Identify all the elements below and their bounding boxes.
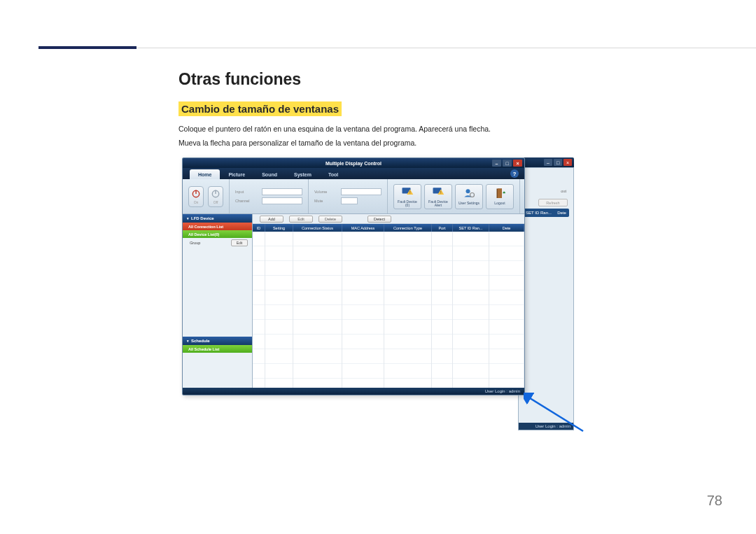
power-off-icon [211, 189, 220, 199]
help-icon[interactable]: ? [510, 169, 519, 178]
monitor-alert-icon: ! [431, 186, 445, 199]
minimize-icon[interactable]: – [492, 160, 501, 167]
bg-statusbar: User Login : admin [519, 423, 573, 430]
tab-tool[interactable]: Tool [320, 169, 346, 179]
screenshot-area: – □ × out Refresh SET ID Ran... Dete Use… [182, 157, 574, 430]
svg-rect-13 [498, 189, 502, 199]
bg-close-icon[interactable]: × [564, 159, 572, 166]
svg-rect-15 [503, 192, 505, 194]
paragraph-2: Mueva la flecha para personalizar el tam… [178, 137, 721, 148]
main-tabs: Home Picture Sound System Tool ? [183, 168, 524, 179]
col-id[interactable]: ID [253, 224, 265, 232]
paragraph-1: Coloque el puntero del ratón en una esqu… [178, 123, 721, 134]
sidebar-lfd-header[interactable]: ▾LFD Device [183, 214, 252, 223]
col-port[interactable]: Port [432, 224, 453, 232]
user-settings-label: User Settings [458, 202, 479, 205]
tab-picture[interactable]: Picture [220, 169, 253, 179]
sidebar-group-label: Group [190, 241, 200, 245]
titlebar[interactable]: Multiple Display Control – □ × [183, 158, 524, 168]
bg-minimize-icon[interactable]: – [544, 159, 552, 166]
ribbon: On Off Input Channel [183, 179, 524, 214]
tab-home[interactable]: Home [190, 169, 220, 179]
close-icon[interactable]: × [513, 160, 522, 167]
ribbon-group-tools: ! Fault Device (0) ! Fault Device Alert … [388, 179, 520, 213]
bg-grid-header: SET ID Ran... Dete [523, 209, 569, 217]
svg-point-11 [470, 193, 475, 197]
fault-alert-button[interactable]: ! Fault Device Alert [424, 184, 452, 209]
sidebar-group-row[interactable]: Group Edit [183, 238, 252, 248]
ribbon-group-power: On Off [183, 179, 230, 213]
main-panel: Add Edit Delete Detect ID Setting Connec… [253, 214, 524, 388]
grid-body[interactable] [253, 232, 524, 388]
sidebar-schedule-header[interactable]: ▾Schedule [183, 337, 252, 345]
input-label: Input [235, 190, 259, 194]
logout-label: Logout [494, 202, 505, 205]
svg-point-10 [466, 189, 470, 193]
mute-label: Mute [314, 199, 338, 203]
header-rule-thin [136, 48, 756, 48]
col-dete[interactable]: Dete [489, 224, 524, 232]
chevron-down-icon: ▾ [187, 216, 189, 220]
sidebar-lfd-label: LFD Device [191, 216, 214, 220]
door-exit-icon [493, 188, 507, 200]
bg-maximize-icon[interactable]: □ [554, 159, 562, 166]
app-window: Multiple Display Control – □ × Home Pict… [182, 157, 525, 395]
bg-logout-label: out [561, 189, 566, 193]
power-off-label: Off [214, 200, 218, 204]
bg-window-body: out Refresh SET ID Ran... Dete User Logi… [518, 167, 574, 430]
channel-label: Channel [235, 199, 259, 203]
maximize-icon[interactable]: □ [503, 160, 512, 167]
grid-header: ID Setting Connection Status MAC Address… [253, 224, 524, 232]
input-select[interactable] [262, 188, 302, 195]
bg-window-titlebar: – □ × [518, 157, 574, 167]
power-icon [191, 189, 201, 199]
col-setting[interactable]: Setting [265, 224, 293, 232]
col-conn-type[interactable]: Connection Type [384, 224, 432, 232]
bg-col-dete: Dete [557, 211, 566, 215]
detect-button[interactable]: Detect [368, 216, 391, 223]
col-set-id[interactable]: SET ID Ran... [453, 224, 489, 232]
statusbar: User Login : admin [183, 388, 524, 395]
power-off-button[interactable]: Off [208, 186, 223, 207]
window-title: Multiple Display Control [326, 161, 382, 166]
col-mac[interactable]: MAC Address [342, 224, 384, 232]
logout-button[interactable]: Logout [486, 184, 514, 209]
status-text: User Login : admin [485, 389, 520, 393]
monitor-warning-icon: ! [400, 186, 414, 199]
sidebar-all-connection[interactable]: All Connection List [183, 223, 252, 230]
page-content: Otras funciones Cambio de tamaño de vent… [178, 70, 721, 152]
power-on-button[interactable]: On [188, 186, 204, 207]
tab-sound[interactable]: Sound [253, 169, 286, 179]
fault-alert-label: Fault Device Alert [426, 200, 450, 207]
ribbon-group-input: Input Channel [230, 179, 309, 213]
edit-grid-button[interactable]: Edit [289, 216, 313, 223]
delete-button[interactable]: Delete [318, 216, 342, 223]
tab-system[interactable]: System [286, 169, 320, 179]
add-button[interactable]: Add [260, 216, 284, 223]
heading-1: Otras funciones [178, 70, 721, 89]
app-body: ▾LFD Device All Connection List All Devi… [183, 214, 524, 388]
power-on-label: On [194, 200, 199, 204]
volume-label: Volume [314, 190, 338, 194]
bg-refresh-button[interactable]: Refresh [538, 199, 568, 206]
bg-col-setid: SET ID Ran... [526, 211, 552, 215]
user-settings-button[interactable]: User Settings [455, 184, 483, 209]
grid-toolbar: Add Edit Delete Detect [253, 214, 524, 224]
sidebar-all-schedule[interactable]: All Schedule List [183, 345, 252, 353]
sidebar-all-device[interactable]: All Device List(0) [183, 230, 252, 238]
fault-device-label: Fault Device (0) [396, 200, 419, 207]
page-number: 78 [707, 493, 722, 509]
col-conn-status[interactable]: Connection Status [293, 224, 342, 232]
channel-select[interactable] [262, 197, 302, 204]
sidebar: ▾LFD Device All Connection List All Devi… [183, 214, 253, 388]
ribbon-group-volume: Volume Mute [309, 179, 388, 213]
sidebar-schedule-label: Schedule [191, 339, 210, 343]
header-rule-thick [38, 46, 136, 49]
fault-device-button[interactable]: ! Fault Device (0) [393, 184, 421, 209]
heading-2: Cambio de tamaño de ventanas [178, 101, 342, 116]
edit-button[interactable]: Edit [231, 239, 248, 246]
chevron-down-icon-2: ▾ [187, 339, 189, 343]
mute-toggle[interactable] [341, 197, 358, 204]
volume-input[interactable] [341, 188, 382, 195]
user-gear-icon [462, 188, 476, 200]
